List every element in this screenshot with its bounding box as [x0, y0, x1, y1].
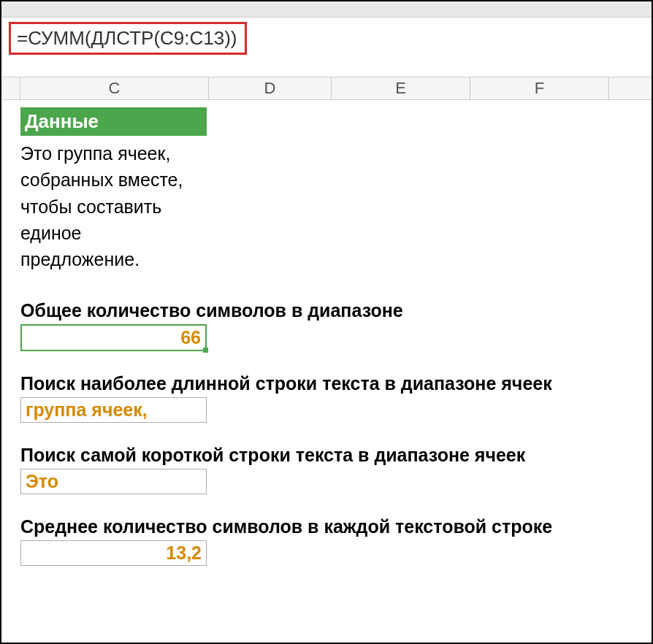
value-longest: группа ячеек,	[26, 399, 148, 420]
column-headers: C D E F	[1, 77, 652, 100]
data-line-5: предложение.	[20, 246, 633, 272]
data-line-3: чтобы составить	[20, 193, 633, 220]
label-shortest: Поиск самой короткой строки текста в диа…	[20, 445, 633, 466]
cell-longest[interactable]: группа ячеек,	[20, 397, 207, 423]
column-header-e[interactable]: E	[332, 77, 470, 99]
label-total-chars: Общее количество символов в диапазоне	[20, 300, 633, 321]
formula-bar[interactable]: =СУММ(ДЛСТР(C9:C13))	[9, 22, 247, 55]
label-average: Среднее количество символов в каждой тек…	[20, 516, 633, 537]
cell-shortest[interactable]: Это	[20, 469, 207, 494]
value-total-chars: 66	[180, 327, 201, 348]
data-text-block[interactable]: Это группа ячеек, собранных вместе, чтоб…	[20, 140, 633, 272]
column-header-d[interactable]: D	[209, 77, 332, 99]
column-header-f[interactable]: F	[470, 77, 609, 99]
row-header-spacer	[1, 77, 20, 99]
value-average: 13,2	[166, 543, 202, 563]
data-line-4: единое	[20, 220, 633, 246]
data-line-1: Это группа ячеек,	[20, 140, 633, 166]
cell-average[interactable]: 13,2	[20, 540, 207, 566]
header-cell-data[interactable]: Данные	[20, 107, 207, 136]
window-top-bar	[1, 1, 652, 18]
cell-total-chars[interactable]: 66	[20, 324, 207, 351]
label-longest: Поиск наиболее длинной строки текста в д…	[20, 373, 633, 394]
data-line-2: собранных вместе,	[20, 166, 633, 193]
value-shortest: Это	[26, 471, 58, 491]
column-header-c[interactable]: C	[20, 77, 209, 99]
